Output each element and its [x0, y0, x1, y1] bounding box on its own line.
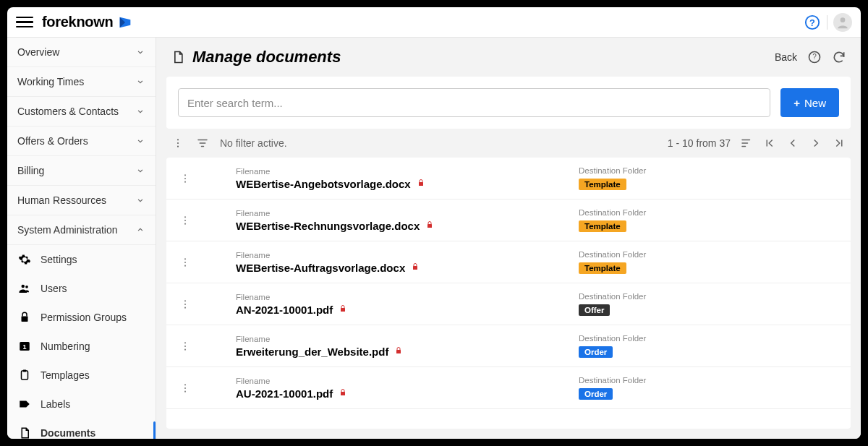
new-button[interactable]: + New [780, 88, 839, 117]
svg-rect-8 [22, 371, 28, 379]
row-filename: WEBertise-Rechnungsvorlage.docx [236, 220, 579, 232]
folder-header-label: Destination Folder [579, 208, 839, 217]
page-last-icon[interactable] [832, 136, 846, 150]
sidebar-subitem-documents[interactable]: Documents [7, 419, 156, 439]
table-row[interactable]: FilenameAU-2021-10001.pdfDestination Fol… [166, 367, 851, 409]
svg-point-24 [184, 261, 186, 262]
row-filename: AN-2021-10001.pdf [236, 304, 579, 316]
refresh-icon[interactable] [832, 50, 846, 64]
table-row[interactable]: FilenameWEBertise-Rechnungsvorlage.docxD… [166, 200, 851, 241]
svg-rect-22 [427, 224, 432, 228]
search-input[interactable] [178, 88, 770, 117]
lock-icon [417, 179, 427, 189]
lock-icon [339, 388, 349, 398]
page-first-icon[interactable] [762, 136, 777, 150]
row-menu-icon[interactable] [178, 340, 192, 352]
table-row[interactable]: FilenameWEBertise-Auftragsvorlage.docxDe… [166, 241, 851, 283]
row-folder-cell: Destination FolderTemplate [579, 250, 839, 274]
clipboard-icon [17, 368, 32, 382]
help-circle-icon[interactable]: ? [807, 50, 822, 64]
document-list: FilenameWEBertise-Angebotsvorlage.docxDe… [166, 158, 851, 429]
more-vert-icon[interactable] [171, 136, 185, 150]
row-filename-cell: FilenameErweiterung_der_Website.pdf [192, 335, 579, 358]
svg-point-36 [184, 387, 186, 388]
folder-badge: Template [579, 220, 626, 232]
lock-icon [17, 310, 32, 325]
document-icon [17, 426, 32, 439]
filename-header-label: Filename [236, 377, 579, 385]
row-folder-cell: Destination FolderTemplate [579, 208, 839, 232]
svg-point-32 [184, 345, 186, 346]
filename-header-label: Filename [236, 209, 579, 218]
table-row[interactable]: FilenameErweiterung_der_Website.pdfDesti… [166, 325, 851, 367]
user-avatar[interactable] [833, 13, 852, 32]
row-filename: Erweiterung_der_Website.pdf [236, 346, 579, 358]
svg-rect-26 [413, 266, 417, 270]
sidebar-item-label: Overview [17, 46, 59, 58]
svg-point-21 [184, 223, 186, 224]
filter-icon[interactable] [195, 136, 210, 150]
sidebar-subitem-users[interactable]: Users [7, 274, 156, 303]
table-row[interactable]: FilenameWEBertise-Angebotsvorlage.docxDe… [166, 158, 851, 200]
pagination: 1 - 10 from 37 [668, 136, 846, 150]
sidebar-subitem-permission-groups[interactable]: Permission Groups [7, 303, 156, 332]
back-link[interactable]: Back [775, 51, 797, 63]
svg-point-2 [841, 17, 846, 22]
chevron-up-icon [135, 225, 145, 235]
sidebar-subitem-label: Labels [41, 398, 70, 410]
help-icon[interactable]: ? [804, 14, 821, 31]
row-menu-icon[interactable] [178, 257, 192, 268]
row-menu-icon[interactable] [178, 173, 192, 184]
folder-badge: Order [579, 388, 613, 400]
sidebar-item-customers-contacts[interactable]: Customers & Contacts [7, 97, 156, 126]
menu-toggle-button[interactable] [16, 14, 33, 31]
folder-badge: Offer [579, 304, 610, 316]
sidebar-subitem-labels[interactable]: Labels [7, 390, 156, 419]
chevron-down-icon [135, 47, 145, 57]
row-folder-cell: Destination FolderOrder [579, 376, 839, 400]
sort-icon[interactable] [739, 136, 754, 150]
chevron-down-icon [135, 136, 145, 146]
row-folder-cell: Destination FolderOrder [579, 334, 839, 358]
sidebar-subitem-label: Settings [41, 254, 77, 265]
svg-rect-30 [341, 308, 345, 312]
row-folder-cell: Destination FolderOffer [579, 292, 839, 316]
sidebar-subitem-label: Documents [41, 427, 95, 439]
page-prev-icon[interactable] [786, 136, 800, 150]
sidebar-subitem-label: Permission Groups [41, 312, 127, 323]
filename-header-label: Filename [236, 293, 579, 301]
svg-point-29 [184, 306, 186, 308]
row-filename-cell: FilenameAN-2021-10001.pdf [192, 293, 579, 316]
row-menu-icon[interactable] [178, 215, 192, 226]
svg-point-20 [184, 219, 186, 220]
table-row[interactable]: FilenameAN-2021-10001.pdfDestination Fol… [166, 283, 851, 325]
filter-bar: No filter active. 1 - 10 from 37 [156, 129, 861, 158]
folder-header-label: Destination Folder [579, 292, 839, 301]
sidebar-item-working-times[interactable]: Working Times [7, 67, 156, 97]
sidebar-item-label: Customers & Contacts [17, 106, 119, 117]
folder-badge: Template [579, 179, 626, 190]
lock-icon [425, 220, 435, 231]
row-menu-icon[interactable] [178, 299, 192, 310]
sidebar-item-human-ressources[interactable]: Human Ressources [7, 186, 156, 215]
row-folder-cell: Destination FolderTemplate [579, 166, 839, 190]
row-menu-icon[interactable] [178, 382, 192, 394]
sidebar-subitem-templages[interactable]: Templages [7, 361, 156, 390]
page-header: Manage documents Back ? [156, 38, 861, 77]
page-next-icon[interactable] [809, 136, 823, 150]
sidebar-item-billing[interactable]: Billing [7, 156, 156, 186]
sidebar-item-offers-orders[interactable]: Offers & Orders [7, 126, 156, 156]
svg-point-16 [184, 177, 186, 179]
gear-icon [17, 252, 32, 267]
svg-point-13 [177, 142, 179, 144]
sidebar-subitem-settings[interactable]: Settings [7, 245, 156, 274]
svg-point-25 [184, 265, 186, 266]
row-filename-cell: FilenameWEBertise-Angebotsvorlage.docx [192, 167, 579, 190]
sidebar-subitem-label: Templages [41, 369, 90, 381]
sidebar-item-overview[interactable]: Overview [7, 38, 156, 67]
sidebar-subitem-numbering[interactable]: 1 Numbering [7, 332, 156, 361]
sidebar-item-system-administration[interactable]: System Administration [7, 215, 156, 245]
folder-header-label: Destination Folder [579, 166, 839, 175]
search-panel: + New [166, 77, 851, 129]
chevron-down-icon [135, 166, 145, 176]
